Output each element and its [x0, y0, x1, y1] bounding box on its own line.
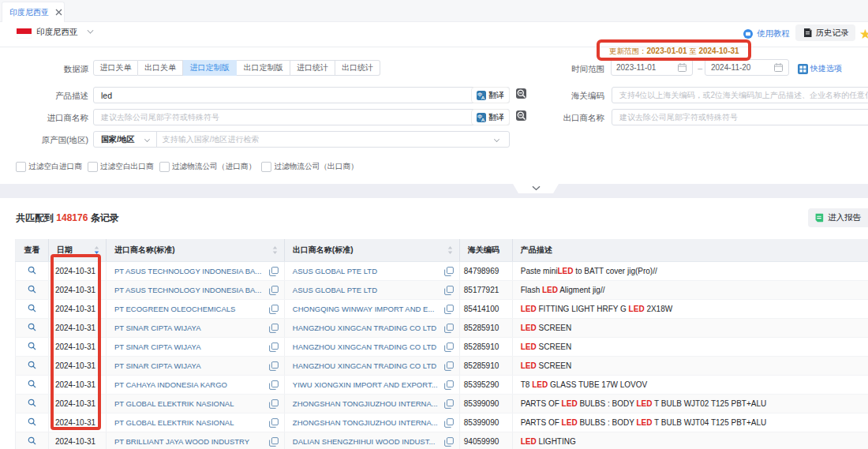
svg-text:A: A	[481, 117, 485, 122]
svg-text:A: A	[481, 95, 485, 100]
